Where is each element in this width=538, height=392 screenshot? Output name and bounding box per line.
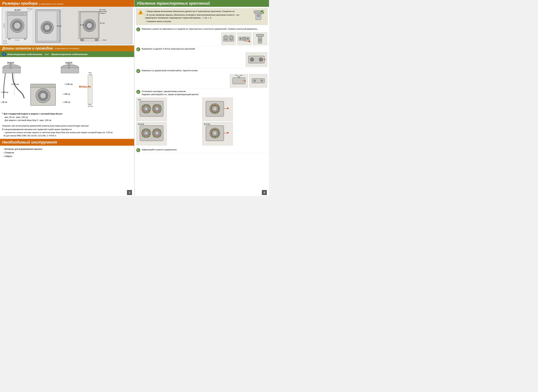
hoses-title: Длины шлангов и проводов: [2, 46, 53, 50]
svg-point-91: [247, 38, 249, 39]
tool-1: – Ватерпас для выравнивания машины: [3, 147, 131, 151]
svg-text:81,8см: 81,8см: [3, 23, 5, 28]
svg-text:≈ 90 см: ≈ 90 см: [1, 101, 7, 103]
svg-point-119: [145, 107, 148, 110]
hose-notes: * Для стандартной модели и модели с сист…: [0, 111, 134, 138]
svg-rect-86: [230, 35, 232, 40]
svg-text:1,5 см: 1,5 см: [3, 42, 7, 44]
or-label: или: [45, 53, 49, 56]
step2-img1: [246, 52, 267, 67]
step-3-row: 3. Извлеките из держателей сетевой кабел…: [134, 68, 269, 89]
svg-line-11: [27, 9, 32, 12]
svg-text:82 см: 82 см: [57, 25, 61, 27]
svg-rect-103: [260, 58, 262, 61]
hoses-subtitle: в зависимости от модели: [55, 47, 79, 50]
removal-header: Удаление транспортных креплений: [134, 0, 269, 7]
page-3: Размеры прибора в зависимости от модели …: [0, 0, 134, 196]
svg-text:≈ 130 см: ≈ 130 см: [11, 83, 19, 85]
warning-line-1: – Перед первым включением обязательно уд…: [145, 10, 250, 13]
warning-text: – Перед первым включением обязательно уд…: [145, 10, 250, 23]
svg-text:Макс.: Макс.: [88, 104, 92, 106]
dimensions-header: Размеры прибора в зависимости от модели: [0, 0, 134, 7]
step-3-number: 3.: [136, 69, 140, 73]
warning-line-3: – Сохраните винты и втулки.: [145, 20, 250, 23]
svg-text:McGrp.Ru: McGrp.Ru: [79, 85, 91, 88]
svg-point-131: [213, 107, 217, 111]
step-3-content: 3. Извлеките из держателей сетевой кабел…: [136, 69, 267, 88]
warning-box: ! – Перед первым включением обязательно …: [136, 8, 268, 25]
svg-text:87 см: 87 см: [80, 24, 84, 26]
step-4-row: 4. Установите накладки с держателями шла…: [134, 89, 269, 146]
step-1-text: Извлеките шланги (в зависимости от модел…: [142, 28, 267, 31]
svg-text:Top: Top: [138, 99, 141, 101]
step4-img2: [202, 98, 233, 121]
step-3-text: Извлеките из держателей сетевой кабель. …: [142, 69, 267, 72]
tools-header: Необходимый инструмент: [0, 139, 134, 146]
tools-list: – Ватерпас для выравнивания машины – Отв…: [0, 146, 134, 160]
svg-text:100 см: 100 см: [88, 106, 93, 107]
svg-rect-52: [7, 62, 14, 64]
step-5-number: 5.: [136, 148, 140, 152]
washer-diagram-1: ок. 75 кг 59,8 см 54,4 см: [2, 8, 33, 44]
svg-text:≈ 140 см: ≈ 140 см: [63, 101, 70, 103]
step-5-text: Зафиксируйте шланги в держателях.: [142, 148, 267, 151]
step-5-row: 5. Зафиксируйте шланги в держателях.: [134, 147, 269, 153]
hoses-header: Длины шлангов и проводов в зависимости о…: [0, 45, 134, 51]
tool-2: – Отвертка: [3, 151, 131, 154]
step4-img3: BOTOM: [136, 122, 167, 145]
hose-diagram: ≈ 130 см ≈ 140 см ≈ 90 см ≈ 130 см ≈ 100…: [0, 57, 134, 111]
svg-text:87 cm: 87 cm: [100, 22, 105, 24]
page-number-4: 4: [262, 190, 267, 195]
svg-text:мин.: мин.: [88, 72, 92, 74]
washer-diagram-3: WZ 20440 WMZ 20440 Z 7060X 0 87 см 87 cm: [62, 8, 132, 44]
page-4: Удаление транспортных креплений ! – Пере…: [134, 0, 269, 196]
removal-title: Удаление транспортных креплений: [137, 1, 210, 6]
dimensions-title: Размеры прибора: [2, 1, 38, 6]
step1-img3: [253, 33, 267, 45]
svg-text:15 см: 15 см: [3, 40, 7, 42]
svg-rect-50: [3, 68, 21, 73]
svg-rect-45: [95, 39, 98, 41]
svg-text:!: !: [140, 11, 141, 14]
svg-text:5 cm: 5 cm: [103, 39, 106, 41]
svg-point-79: [257, 14, 260, 17]
note-shop: В специализированном магазине или сервис…: [2, 128, 132, 131]
svg-text:≈ 100 см: ≈ 100 см: [63, 93, 70, 95]
svg-text:WZ 20440: WZ 20440: [99, 9, 106, 11]
svg-point-112: [254, 80, 256, 82]
svg-text:54,4 см: 54,4 см: [27, 8, 32, 10]
svg-text:59,8 см: 59,8 см: [15, 10, 19, 11]
step4-img4: BOTOM: [202, 122, 233, 145]
dimensions-subtitle: в зависимости от модели: [39, 3, 64, 5]
svg-point-26: [44, 25, 50, 30]
svg-text:BOTOM: BOTOM: [138, 123, 144, 125]
svg-point-141: [145, 132, 148, 135]
tool-3: – Сверло: [3, 155, 131, 158]
svg-point-144: [155, 132, 158, 135]
step-1-number: 1.: [136, 28, 140, 31]
step-4-text-sub: Надежно заблокируйте их, нажав на фиксир…: [142, 93, 199, 96]
star-note: * Для стандартной модели и модели с сист…: [2, 112, 132, 116]
svg-rect-58: [61, 68, 79, 73]
step-1-content: 1. Извлеките шланги (в зависимости от мо…: [136, 28, 267, 45]
step3-img1: [230, 74, 248, 88]
svg-text:* см: * см: [89, 74, 92, 75]
step1-img2: [237, 33, 251, 45]
star-note-1: мин. 60 см - макс. 100 см: [5, 116, 132, 119]
svg-rect-96: [256, 34, 264, 36]
svg-point-113: [261, 80, 263, 82]
svg-rect-6: [11, 13, 23, 15]
step-4-text-main: Установите накладки с держателями шланго…: [142, 90, 199, 93]
step-4-text: Установите накладки с держателями шланго…: [142, 90, 199, 96]
svg-point-90: [240, 38, 241, 39]
page-number-3: 3: [127, 190, 132, 195]
note-order: № для заказа WMZ 2380, WZ 10130, CZ11350…: [4, 134, 132, 137]
svg-point-38: [87, 23, 92, 28]
step4-images: Top: [136, 98, 267, 145]
bolt-drawing: [251, 10, 266, 23]
step3-img2: [249, 74, 267, 88]
svg-rect-18: [8, 38, 10, 40]
svg-rect-69: [88, 75, 92, 104]
dimensions-diagrams: ок. 75 кг 59,8 см 54,4 см: [0, 7, 134, 45]
svg-point-97: [259, 39, 261, 41]
